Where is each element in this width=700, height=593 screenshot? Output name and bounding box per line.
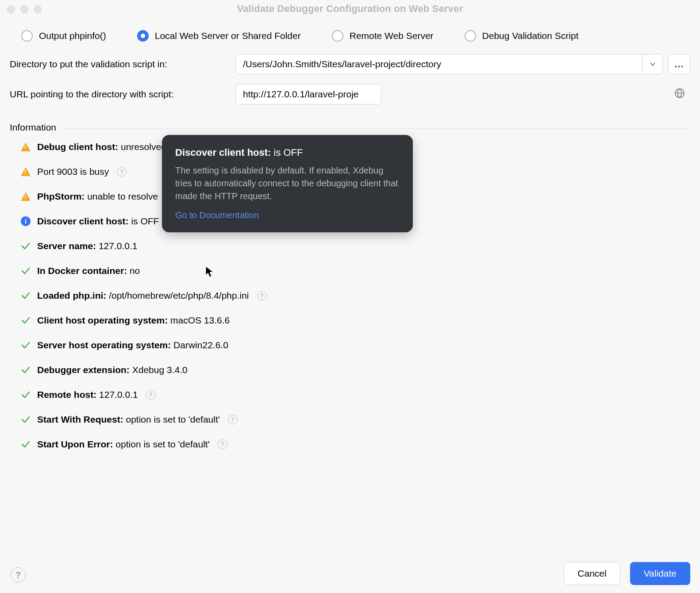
info-text: Server host operating system: Darwin22.6… (37, 340, 228, 350)
info-text: Port 9003 is busy (37, 166, 109, 177)
info-text-rest: no (127, 266, 140, 276)
window-title: Validate Debugger Configuration on Web S… (237, 3, 463, 15)
info-item: Loaded php.ini: /opt/homebrew/etc/php/8.… (20, 289, 690, 302)
traffic-minimize-icon[interactable] (20, 5, 28, 13)
info-text-bold: Server host operating system: (37, 340, 171, 350)
info-item: Start Upon Error: option is set to 'defa… (20, 438, 690, 451)
directory-row: Directory to put the validation script i… (10, 54, 690, 74)
check-icon (20, 365, 31, 375)
warning-icon (20, 142, 31, 152)
check-icon (20, 290, 31, 301)
info-item: Server host operating system: Darwin22.6… (20, 339, 690, 351)
info-text-rest: macOS 13.6.6 (168, 315, 230, 325)
tooltip-discover-client-host: Discover client host: is OFF The setting… (162, 135, 413, 232)
info-text-bold: Discover client host: (37, 216, 129, 226)
traffic-close-icon[interactable] (7, 5, 15, 13)
info-text-rest: unable to resolve (85, 191, 158, 201)
help-icon[interactable]: ? (257, 291, 267, 300)
check-icon (20, 389, 31, 400)
info-item: Client host operating system: macOS 13.6… (20, 314, 690, 327)
tooltip-title-rest: is OFF (271, 147, 303, 158)
info-text: Loaded php.ini: /opt/homebrew/etc/php/8.… (37, 290, 249, 301)
info-text-bold: Debugger extension: (37, 365, 130, 375)
info-text-bold: Remote host: (37, 389, 96, 400)
info-item: Debugger extension: Xdebug 3.4.0 (20, 364, 690, 376)
info-text-rest: 127.0.0.1 (96, 389, 138, 400)
help-icon[interactable]: ? (218, 439, 227, 449)
info-text: Remote host: 127.0.0.1 (37, 389, 138, 400)
info-text: Start With Request: option is set to 'de… (37, 414, 220, 425)
directory-input[interactable] (235, 54, 642, 74)
info-text-bold: Client host operating system: (37, 315, 168, 325)
info-text-rest: unresolved (118, 142, 166, 152)
radio-output-phpinfo[interactable]: Output phpinfo() (21, 30, 106, 42)
info-icon: i (20, 216, 31, 227)
info-text: Client host operating system: macOS 13.6… (37, 315, 230, 326)
warning-icon (20, 191, 31, 202)
warning-icon (20, 166, 31, 177)
information-header: Information (0, 114, 700, 133)
info-text-bold: Debug client host: (37, 142, 118, 152)
title-bar: Validate Debugger Configuration on Web S… (0, 0, 700, 18)
info-text-bold: PhpStorm: (37, 191, 85, 201)
radio-label: Output phpinfo() (39, 31, 106, 41)
url-row: URL pointing to the directory with scrip… (10, 84, 690, 104)
dialog-button-bar: ? Cancel Validate (0, 554, 700, 593)
radio-local-web-server[interactable]: Local Web Server or Shared Folder (137, 30, 301, 42)
directory-dropdown-button[interactable] (642, 54, 663, 74)
info-item: In Docker container: no (20, 265, 690, 277)
dialog-help-button[interactable]: ? (11, 567, 26, 582)
url-input[interactable] (235, 84, 381, 104)
help-icon[interactable]: ? (228, 415, 238, 424)
radio-label: Debug Validation Script (482, 31, 579, 41)
cancel-button[interactable]: Cancel (564, 562, 620, 585)
help-icon[interactable]: ? (146, 390, 156, 400)
chevron-down-icon (650, 61, 656, 67)
info-text-rest: /opt/homebrew/etc/php/8.4/php.ini (106, 290, 249, 300)
info-text-bold: Loaded php.ini: (37, 290, 106, 300)
tooltip-title: Discover client host: (175, 147, 271, 158)
radio-icon (21, 30, 33, 42)
browse-button[interactable]: … (668, 54, 690, 74)
traffic-zoom-icon[interactable] (34, 5, 42, 13)
check-icon (20, 315, 31, 326)
info-text-rest: Darwin22.6.0 (171, 340, 228, 350)
info-text-bold: Start With Request: (37, 414, 123, 424)
radio-icon (137, 30, 149, 42)
radio-label: Remote Web Server (350, 31, 434, 41)
radio-icon (332, 30, 343, 42)
info-text: Discover client host: is OFF (37, 216, 159, 227)
radio-debug-validation-script[interactable]: Debug Validation Script (465, 30, 579, 42)
help-icon[interactable]: ? (117, 167, 127, 177)
info-text: Debug client host: unresolved (37, 142, 166, 152)
info-text-rest: 127.0.0.1 (96, 241, 137, 251)
information-title: Information (10, 122, 56, 133)
info-text-rest: Port 9003 is busy (37, 166, 109, 177)
radio-icon (465, 30, 476, 42)
info-text: PhpStorm: unable to resolve (37, 191, 158, 202)
validate-button[interactable]: Validate (630, 562, 690, 585)
info-item: Remote host: 127.0.0.1 ? (20, 389, 690, 401)
info-item: Start With Request: option is set to 'de… (20, 413, 690, 426)
info-text: In Docker container: no (37, 266, 140, 276)
tooltip-body: The setting is disabled by default. If e… (175, 164, 400, 203)
check-icon (20, 241, 31, 251)
check-icon (20, 340, 31, 350)
form-area: Directory to put the validation script i… (0, 42, 700, 104)
info-text: Start Upon Error: option is set to 'defa… (37, 439, 210, 450)
url-label: URL pointing to the directory with scrip… (10, 89, 227, 100)
traffic-lights (7, 5, 42, 13)
globe-icon[interactable] (674, 88, 685, 101)
info-item: Server name: 127.0.0.1 (20, 240, 690, 252)
info-text: Debugger extension: Xdebug 3.4.0 (37, 365, 188, 375)
info-text: Server name: 127.0.0.1 (37, 241, 138, 251)
check-icon (20, 439, 31, 450)
info-text-bold: Start Upon Error: (37, 439, 113, 449)
radio-remote-web-server[interactable]: Remote Web Server (332, 30, 434, 42)
info-text-rest: option is set to 'default' (123, 414, 220, 424)
tooltip-doc-link[interactable]: Go to Documentation (175, 209, 400, 222)
separator (64, 128, 690, 129)
info-text-rest: option is set to 'default' (113, 439, 210, 449)
info-text-rest: is OFF (129, 216, 159, 226)
check-icon (20, 266, 31, 276)
